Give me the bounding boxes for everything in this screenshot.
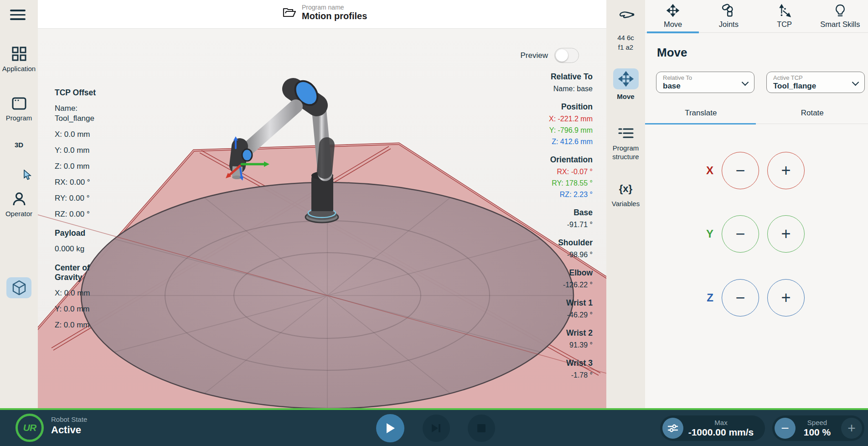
jog-tabs: Move Joints	[645, 0, 868, 33]
relative-to-dropdown[interactable]: Relative To base	[656, 72, 754, 93]
axis-row-z: Z − +	[645, 279, 868, 316]
device-id-line2: f1 a2	[606, 42, 645, 52]
position-y: Y: -796.9 mm	[488, 126, 593, 135]
orientation-title: Orientation	[488, 155, 593, 165]
tab-rotate[interactable]: Rotate	[757, 104, 868, 124]
sidebar-item-label: Application	[0, 65, 38, 73]
preview-toggle[interactable]	[554, 48, 579, 63]
move-tab-icon	[666, 4, 680, 17]
joint-value: -1.78 °	[488, 371, 593, 379]
move-selected-tile	[613, 68, 639, 89]
skip-next-button[interactable]	[423, 415, 450, 442]
joints-tab-icon	[722, 4, 735, 17]
tcp-offset-rx: RX: 0.00 °	[55, 177, 119, 187]
axis-row-x: X − +	[645, 152, 868, 189]
program-window-icon	[11, 97, 27, 110]
tool-program-structure-label-2: structure	[606, 152, 645, 161]
cog-z: Z: 0.0 mm	[55, 320, 119, 330]
preview-label: Preview	[521, 51, 548, 60]
tcp-offset-overlay: TCP Offset Name: Tool_flange X: 0.0 mm Y…	[55, 88, 119, 330]
position-x: X: -221.2 mm	[488, 115, 593, 123]
cog-title: Center of Gravity	[55, 263, 103, 282]
stop-button[interactable]	[468, 415, 495, 442]
speed-value: 100 %	[796, 427, 839, 438]
z-plus-button[interactable]: +	[767, 279, 805, 316]
position-z: Z: 412.6 mm	[488, 138, 593, 146]
chevron-down-icon	[742, 79, 749, 86]
position-title: Position	[488, 102, 593, 112]
sidebar-item-label: Program	[0, 114, 38, 122]
tcp-offset-title: TCP Offset	[55, 88, 119, 98]
joint-value: -46.29 °	[488, 311, 593, 319]
tab-translate[interactable]: Translate	[645, 104, 757, 124]
status-bar: UR Robot State Active	[0, 408, 868, 446]
y-minus-button[interactable]: −	[722, 215, 759, 253]
z-minus-button[interactable]: −	[722, 279, 759, 316]
tcp-offset-y: Y: 0.0 mm	[55, 145, 119, 156]
active-tcp-dropdown-value: Tool_flange	[773, 82, 849, 91]
axis-y-label: Y	[645, 228, 713, 240]
tab-tcp[interactable]: TCP	[757, 0, 812, 32]
tab-joints-label: Joints	[719, 20, 739, 29]
tcp-offset-ry: RY: 0.00 °	[55, 193, 119, 203]
sidebar-item-operator[interactable]: Operator	[0, 191, 38, 218]
relative-to-title: Relative To	[488, 72, 593, 82]
speed-increase-button[interactable]: +	[841, 418, 862, 439]
tab-move-label: Move	[664, 20, 682, 29]
tcp-tab-icon	[778, 4, 791, 17]
tool-program-structure[interactable]: Program structure	[606, 127, 645, 161]
app-grid-icon	[11, 46, 27, 62]
3d-selected-tile	[6, 277, 31, 298]
cog-y: Y: 0.0 mm	[55, 304, 119, 314]
3d-viewport[interactable]: Preview TCP Offset Name: Tool_flange X: …	[38, 29, 606, 408]
joint-label: Elbow	[488, 268, 593, 278]
tool-variables[interactable]: {x} Variables	[606, 183, 645, 208]
tcp-offset-z: Z: 0.0 mm	[55, 161, 119, 171]
relative-to-dropdown-label: Relative To	[663, 74, 739, 81]
program-name-label: Program name	[302, 4, 367, 11]
tcp-offset-rz: RZ: 0.00 °	[55, 209, 119, 219]
x-plus-button[interactable]: +	[767, 152, 805, 189]
move-arrows-icon	[618, 71, 634, 87]
play-icon	[385, 422, 396, 434]
tool-move[interactable]: Move	[606, 68, 645, 101]
active-tcp-dropdown[interactable]: Active TCP Tool_flange	[766, 72, 865, 93]
speed-decrease-button[interactable]: −	[775, 418, 796, 439]
variables-icon: {x}	[619, 183, 632, 194]
robot-state-value: Active	[51, 424, 87, 436]
chevron-down-icon	[852, 79, 859, 86]
sidebar-item-label: 3D	[0, 141, 38, 149]
speed-pill: − Speed 100 % +	[772, 415, 864, 441]
hand-guide-button[interactable]	[606, 10, 645, 26]
sidebar-item-application[interactable]: Application	[0, 46, 38, 73]
cog-x: X: 0.0 mm	[55, 288, 119, 298]
axis-row-y: Y − +	[645, 215, 868, 253]
speed-settings-button[interactable]	[662, 418, 683, 439]
max-label: Max	[683, 419, 759, 426]
stop-icon	[476, 423, 486, 433]
sidebar-item-3d[interactable]: 3D	[0, 139, 38, 149]
joint-label: Shoulder	[488, 238, 593, 248]
device-id-line1: 44 6c	[606, 33, 645, 42]
program-name-value[interactable]: Motion profiles	[302, 11, 367, 21]
hamburger-menu-icon[interactable]	[10, 7, 26, 20]
ur-logo[interactable]: UR	[16, 414, 44, 442]
tab-joints[interactable]: Joints	[701, 0, 756, 32]
tab-smart-skills[interactable]: Smart Skills	[812, 0, 868, 32]
left-sidebar: Application Program 3D	[0, 0, 38, 408]
folder-icon	[283, 7, 296, 19]
max-value: -1000.00 mm/s	[683, 427, 759, 438]
tab-move[interactable]: Move	[645, 0, 701, 32]
y-plus-button[interactable]: +	[767, 215, 805, 253]
active-tcp-dropdown-label: Active TCP	[773, 74, 849, 81]
payload-value: 0.000 kg	[55, 244, 119, 254]
play-button[interactable]	[376, 414, 404, 442]
program-structure-icon	[618, 127, 634, 139]
relative-to-dropdown-value: base	[663, 82, 739, 91]
joint-value: -126.22 °	[488, 281, 593, 289]
sidebar-item-program[interactable]: Program	[0, 97, 38, 122]
x-minus-button[interactable]: −	[722, 152, 759, 189]
speed-label: Speed	[796, 419, 839, 426]
pose-info-overlay: Relative To Name: base Position X: -221.…	[488, 72, 593, 379]
orientation-ry: RY: 178.55 °	[488, 179, 593, 187]
